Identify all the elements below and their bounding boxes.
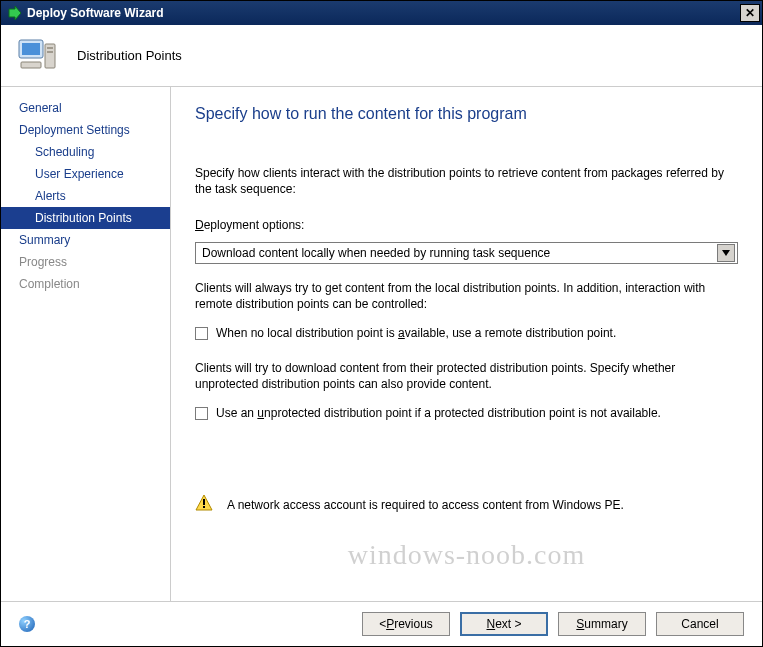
btn-rest: revious [394, 617, 433, 631]
unprotected-info-text: Clients will try to download content fro… [195, 360, 738, 392]
sidebar-item-deployment-settings[interactable]: Deployment Settings [1, 119, 170, 141]
svg-marker-7 [722, 250, 730, 256]
label-part: vailable, use a remote distribution poin… [405, 326, 616, 340]
sidebar-item-label: User Experience [35, 167, 124, 181]
svg-rect-10 [203, 506, 205, 508]
warning-row: A network access account is required to … [195, 494, 738, 515]
sidebar-item-completion: Completion [1, 273, 170, 295]
btn-accel: P [386, 617, 394, 631]
wizard-header: Distribution Points [1, 25, 762, 87]
checkbox-remote-dp-row: When no local distribution point is avai… [195, 326, 738, 340]
wizard-sidebar: General Deployment Settings Scheduling U… [1, 87, 171, 601]
btn-accel: S [576, 617, 584, 631]
wizard-content: Specify how to run the content for this … [171, 87, 762, 601]
checkbox-unprotected-dp-row: Use an unprotected distribution point if… [195, 406, 738, 420]
help-icon[interactable]: ? [19, 616, 35, 632]
sidebar-item-progress: Progress [1, 251, 170, 273]
checkbox-unprotected-dp-label: Use an unprotected distribution point if… [216, 406, 661, 420]
btn-rest: ext > [495, 617, 521, 631]
sidebar-item-user-experience[interactable]: User Experience [1, 163, 170, 185]
cancel-button[interactable]: Cancel [656, 612, 744, 636]
btn-rest: ummary [584, 617, 627, 631]
svg-rect-2 [22, 43, 40, 55]
btn-accel: N [486, 617, 495, 631]
btn-label: Cancel [681, 617, 718, 631]
label-part: nprotected distribution point if a prote… [264, 406, 661, 420]
sidebar-item-label: Summary [19, 233, 70, 247]
content-heading: Specify how to run the content for this … [195, 105, 738, 123]
sidebar-item-label: Alerts [35, 189, 66, 203]
close-button[interactable]: ✕ [740, 4, 760, 22]
close-icon: ✕ [745, 6, 755, 20]
remote-info-text: Clients will always try to get content f… [195, 280, 738, 312]
warning-text: A network access account is required to … [227, 498, 624, 512]
label-rest: eployment options: [204, 218, 305, 232]
title-bar: Deploy Software Wizard ✕ [1, 1, 762, 25]
svg-marker-0 [9, 6, 21, 20]
sidebar-item-alerts[interactable]: Alerts [1, 185, 170, 207]
sidebar-item-label: Scheduling [35, 145, 94, 159]
label-part: Use an [216, 406, 257, 420]
sidebar-item-label: Progress [19, 255, 67, 269]
wizard-body: General Deployment Settings Scheduling U… [1, 87, 762, 601]
deployment-options-label: Deployment options: [195, 217, 738, 233]
page-title: Distribution Points [77, 48, 182, 63]
sidebar-item-label: Completion [19, 277, 80, 291]
watermark: windows-noob.com [348, 539, 586, 571]
label-accel: a [398, 326, 405, 340]
svg-rect-4 [47, 47, 53, 49]
chevron-down-icon [722, 250, 730, 256]
summary-button[interactable]: Summary [558, 612, 646, 636]
sidebar-item-label: General [19, 101, 62, 115]
checkbox-remote-dp[interactable] [195, 327, 208, 340]
label-part: When no local distribution point is [216, 326, 398, 340]
computer-icon [15, 34, 59, 78]
label-accel: D [195, 218, 204, 232]
sidebar-item-general[interactable]: General [1, 97, 170, 119]
deployment-options-dropdown[interactable]: Download content locally when needed by … [195, 242, 738, 264]
wizard-footer: ? < Previous Next > Summary Cancel [1, 601, 762, 646]
sidebar-item-distribution-points[interactable]: Distribution Points [1, 207, 170, 229]
svg-rect-6 [21, 62, 41, 68]
intro-text: Specify how clients interact with the di… [195, 165, 738, 197]
checkbox-unprotected-dp[interactable] [195, 407, 208, 420]
wizard-icon [7, 6, 21, 20]
previous-button[interactable]: < Previous [362, 612, 450, 636]
sidebar-item-label: Distribution Points [35, 211, 132, 225]
checkbox-remote-dp-label: When no local distribution point is avai… [216, 326, 616, 340]
sidebar-item-label: Deployment Settings [19, 123, 130, 137]
svg-rect-9 [203, 499, 205, 505]
svg-rect-5 [47, 51, 53, 53]
sidebar-item-summary[interactable]: Summary [1, 229, 170, 251]
dropdown-value: Download content locally when needed by … [202, 246, 717, 260]
window-title: Deploy Software Wizard [27, 6, 740, 20]
warning-icon [195, 494, 213, 515]
next-button[interactable]: Next > [460, 612, 548, 636]
sidebar-item-scheduling[interactable]: Scheduling [1, 141, 170, 163]
dropdown-button[interactable] [717, 244, 735, 262]
